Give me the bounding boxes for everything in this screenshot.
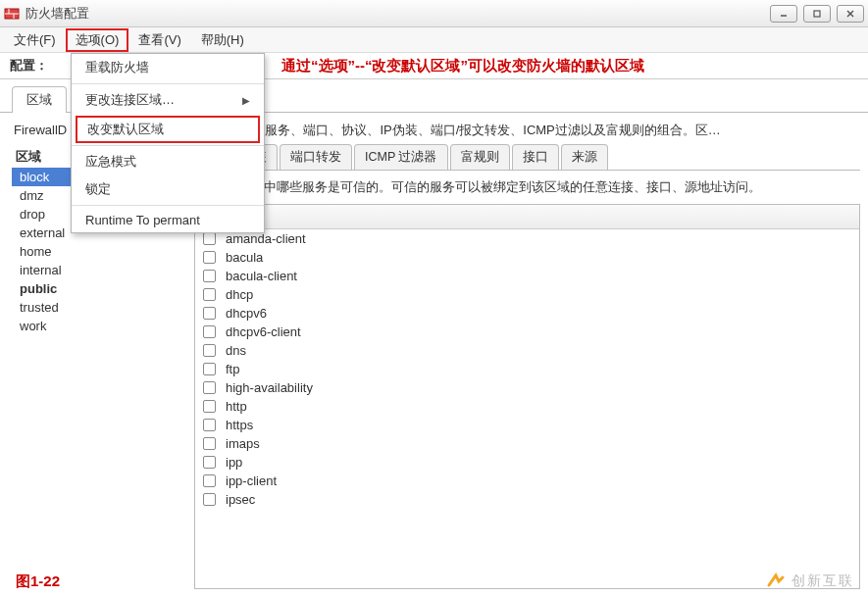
service-row[interactable]: amanda-client [195,229,859,248]
inner-tabbar: 口 伪装 端口转发 ICMP 过滤器 富规则 接口 来源 [194,144,860,171]
service-name: bacula [226,250,263,265]
service-row[interactable]: ftp [195,360,859,378]
options-dropdown: 重载防火墙 更改连接区域… ▶ 改变默认区域 应急模式 锁定 Runtime T… [71,53,265,233]
service-row[interactable]: https [195,416,859,434]
service-name: high-availability [226,380,313,395]
service-row[interactable]: ipsec [195,490,859,509]
service-name: dhcp [226,287,253,302]
service-row[interactable]: imaps [195,434,859,453]
service-name: bacula-client [226,269,297,283]
service-row[interactable]: dhcp [195,285,859,304]
service-row[interactable]: bacula-client [195,267,859,285]
watermark-icon [766,572,786,591]
service-checkbox[interactable] [203,400,216,413]
service-row[interactable]: dns [195,341,859,360]
zone-item-work[interactable]: work [12,317,186,335]
zone-item-internal[interactable]: internal [12,261,186,279]
service-row[interactable]: http [195,397,859,416]
menu-options[interactable]: 选项(O) [66,28,129,52]
right-panel: 口 伪装 端口转发 ICMP 过滤器 富规则 接口 来源 以定义区域中哪些服务是… [194,144,860,590]
service-table: 服务 amanda-clientbaculabacula-clientdhcpd… [194,204,860,590]
figure-label: 图1-22 [16,572,60,591]
dd-change-connection-zone-label: 更改连接区域… [85,91,175,109]
close-button[interactable] [837,5,864,23]
menu-help[interactable]: 帮助(H) [191,28,254,52]
dd-change-default-zone[interactable]: 改变默认区域 [76,116,260,143]
service-checkbox[interactable] [203,288,216,301]
service-name: dhcpv6-client [226,324,301,339]
service-name: ipp [226,455,242,470]
service-row[interactable]: ipp [195,453,859,472]
service-row[interactable]: dhcpv6 [195,304,859,323]
service-checkbox[interactable] [203,232,216,245]
instruction-banner: 通过“选项”--“改变默认区域”可以改变防火墙的默认区域 [281,57,644,75]
svg-rect-5 [814,11,820,17]
service-checkbox[interactable] [203,325,216,338]
watermark: 创新互联 [766,572,854,591]
service-row[interactable]: high-availability [195,378,859,397]
service-name: imaps [226,436,260,451]
dropdown-separator [72,145,264,146]
zone-item-trusted[interactable]: trusted [12,298,186,317]
config-label: 配置： [10,57,48,75]
zone-item-home[interactable]: home [12,242,186,261]
service-checkbox[interactable] [203,493,216,506]
titlebar: 防火墙配置 [0,0,868,27]
dd-reload-firewall[interactable]: 重载防火墙 [72,54,264,81]
dd-panic-mode[interactable]: 应急模式 [72,148,264,175]
service-checkbox[interactable] [203,363,216,375]
service-row[interactable]: bacula [195,248,859,267]
service-name: ftp [226,362,239,376]
service-name: https [226,418,253,432]
chevron-right-icon: ▶ [242,95,250,106]
service-checkbox[interactable] [203,456,216,469]
firewall-icon [4,6,20,22]
tab-sources[interactable]: 来源 [561,144,608,170]
dropdown-separator [72,83,264,84]
service-checkbox[interactable] [203,419,216,431]
service-row[interactable]: dhcpv6-client [195,323,859,341]
menubar: 文件(F) 选项(O) 查看(V) 帮助(H) [0,27,868,53]
service-header: 服务 [195,205,859,229]
service-checkbox[interactable] [203,437,216,450]
dropdown-separator [72,205,264,206]
dd-change-connection-zone[interactable]: 更改连接区域… ▶ [72,86,264,114]
service-checkbox[interactable] [203,474,216,487]
tab-rich-rules[interactable]: 富规则 [450,144,510,170]
maximize-button[interactable] [803,5,831,23]
tab-interfaces[interactable]: 接口 [512,144,559,170]
service-checkbox[interactable] [203,344,216,357]
menu-view[interactable]: 查看(V) [128,28,190,52]
service-name: dhcpv6 [226,306,267,321]
service-checkbox[interactable] [203,307,216,320]
service-row[interactable]: ipp-client [195,472,859,490]
service-checkbox[interactable] [203,381,216,394]
service-checkbox[interactable] [203,270,216,282]
service-checkbox[interactable] [203,251,216,264]
minimize-button[interactable] [770,5,797,23]
zone-item-public[interactable]: public [12,279,186,298]
tab-port-forward[interactable]: 端口转发 [280,144,352,170]
tab-zone[interactable]: 区域 [12,86,67,113]
dd-runtime-to-permanent[interactable]: Runtime To permant [72,208,264,232]
service-name: dns [226,343,246,358]
service-name: ipp-client [226,473,277,488]
tab-icmp-filter[interactable]: ICMP 过滤器 [354,144,448,170]
menu-file[interactable]: 文件(F) [4,28,66,52]
services-description: 以定义区域中哪些服务是可信的。可信的服务可以被绑定到该区域的任意连接、接口、源地… [194,174,860,200]
watermark-text: 创新互联 [791,572,854,590]
window-title: 防火墙配置 [26,5,89,23]
dd-lock[interactable]: 锁定 [72,175,264,203]
service-name: ipsec [226,492,255,507]
service-name: http [226,399,247,414]
